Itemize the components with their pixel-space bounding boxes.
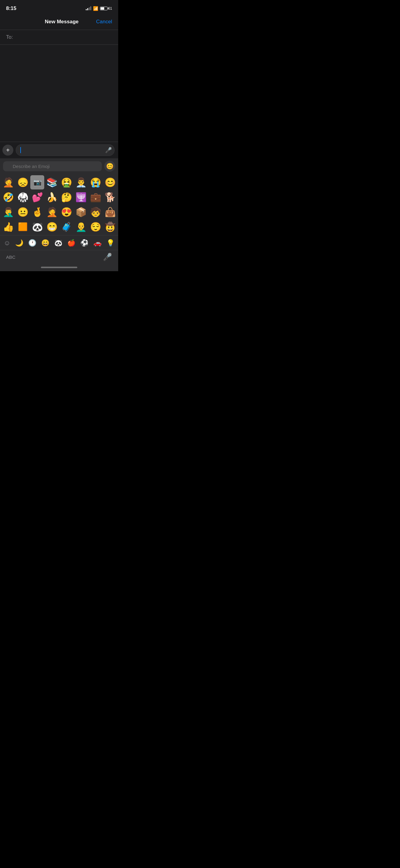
message-input-field[interactable]: 🎤	[16, 144, 115, 156]
status-time: 8:15	[6, 5, 17, 11]
nav-bar: New Message Cancel	[0, 15, 118, 30]
cancel-button[interactable]: Cancel	[96, 19, 112, 25]
emoji-cell[interactable]: 🐕	[103, 190, 117, 204]
keyboard-nav: ☺ 🌙 🕐 😄 🐼 🍎 ⚽ 🚗 💡 ♥ 🏳	[0, 235, 118, 250]
emoji-cell[interactable]: 👜	[103, 205, 117, 219]
moon-icon: 🌙	[15, 239, 23, 247]
emoji-nav-heart[interactable]: ♥	[117, 238, 118, 248]
emoji-nav-bulb[interactable]: 💡	[104, 238, 117, 248]
emoji-cell[interactable]: 🤞	[30, 205, 44, 219]
emoji-nav-smiley[interactable]: ☺	[1, 238, 13, 248]
emoji-cell[interactable]: 🤦	[45, 205, 59, 219]
emoji-cell[interactable]: 😊	[103, 175, 117, 189]
to-label: To:	[6, 34, 13, 40]
emoji-cell[interactable]: 🕎	[74, 190, 88, 204]
emoji-cell[interactable]: 💕	[30, 190, 44, 204]
bulb-icon: 💡	[106, 239, 115, 247]
emoji-grid: 🤦 😞 📷 📚 🤮 👨‍💼 😭 😊 🤣 🥋 💕 🍌 🤔 🕎 💼 🐕 🤦‍♂️ 😐…	[0, 174, 118, 235]
panda-icon: 🐼	[54, 239, 62, 247]
emoji-cell[interactable]: 👍	[1, 220, 15, 234]
emoji-cell[interactable]: 😍	[59, 205, 73, 219]
mic-button-input[interactable]: 🎤	[105, 147, 112, 153]
emoji-cell[interactable]: 🐼	[30, 220, 44, 234]
to-field[interactable]: To:	[0, 30, 118, 45]
emoji-search-bar: 🔍 😊	[0, 158, 118, 174]
nav-title: New Message	[45, 19, 79, 25]
emoji-cell[interactable]: 👨‍💼	[74, 175, 88, 189]
emoji-cell[interactable]: 🥋	[16, 190, 30, 204]
home-bar	[41, 267, 77, 268]
status-icons: 📶 61	[86, 6, 112, 11]
keyboard-section: 🔍 😊 🤦 😞 📷 📚 🤮 👨‍💼 😭 😊 🤣 🥋 💕 🍌 🤔 🕎 💼 🐕 🤦‍…	[0, 158, 118, 271]
status-bar: 8:15 📶 61	[0, 0, 118, 15]
battery-level: 61	[108, 6, 112, 10]
bottom-bar: ABC 🎤	[0, 250, 118, 265]
add-button[interactable]: +	[2, 145, 13, 156]
emoji-cell[interactable]: 🟧	[16, 220, 30, 234]
emoji-nav-clock[interactable]: 🕐	[26, 238, 39, 248]
emoji-search-input[interactable]	[3, 161, 102, 171]
message-input-bar: + 🎤	[0, 142, 118, 158]
face-icon: 😄	[41, 239, 49, 247]
battery-fill	[101, 7, 105, 10]
emoji-cell[interactable]: 😁	[45, 220, 59, 234]
emoji-cell[interactable]: 🤮	[59, 175, 73, 189]
emoji-cell[interactable]: 🧳	[59, 220, 73, 234]
emoji-nav-panda[interactable]: 🐼	[52, 238, 65, 248]
emoji-cell[interactable]: 😞	[16, 175, 30, 189]
emoji-cell[interactable]: 🤣	[1, 190, 15, 204]
emoji-cell[interactable]: 👨‍🦲	[74, 220, 88, 234]
emoji-search-wrapper: 🔍	[3, 161, 102, 171]
wifi-icon: 📶	[93, 6, 98, 11]
emoji-cell[interactable]: 🤠	[103, 220, 117, 234]
clock-icon: 🕐	[28, 239, 36, 247]
emoji-cell[interactable]: 😐	[16, 205, 30, 219]
emoji-cell[interactable]: 📚	[45, 175, 59, 189]
home-indicator	[0, 265, 118, 271]
abc-label: ABC	[6, 254, 16, 260]
mic-icon: 🎤	[105, 147, 112, 153]
emoji-cell[interactable]: 🤦‍♂️	[1, 205, 15, 219]
abc-button[interactable]: ABC	[6, 254, 16, 260]
message-area[interactable]	[0, 45, 118, 142]
emoji-cell[interactable]: 🍌	[45, 190, 59, 204]
to-input[interactable]	[16, 34, 112, 40]
emoji-nav-soccer[interactable]: ⚽	[78, 238, 91, 248]
mic-icon-bottom: 🎤	[103, 253, 112, 261]
mic-button-bottom[interactable]: 🎤	[103, 253, 112, 261]
emoji-cell[interactable]: 🤦	[1, 175, 15, 189]
emoji-cell[interactable]: 🧒	[88, 205, 103, 219]
emoji-cell[interactable]: 😌	[88, 220, 103, 234]
smiley-icon: ☺	[4, 239, 10, 247]
emoji-cell[interactable]: 💼	[88, 190, 103, 204]
emoji-cell[interactable]: 😭	[88, 175, 103, 189]
emoji-cell[interactable]: 📦	[74, 205, 88, 219]
battery-indicator: 61	[100, 6, 112, 10]
emoji-nav-apple[interactable]: 🍎	[65, 238, 78, 248]
plus-icon: +	[6, 147, 10, 154]
emoji-face-icon: 😊	[106, 162, 114, 170]
emoji-nav-car[interactable]: 🚗	[91, 238, 104, 248]
emoji-cell[interactable]: 📷	[30, 175, 44, 189]
text-cursor	[20, 147, 21, 153]
car-icon: 🚗	[93, 239, 102, 247]
soccer-icon: ⚽	[80, 239, 88, 247]
emoji-nav-face[interactable]: 😄	[39, 238, 52, 248]
emoji-cell[interactable]: 🤔	[59, 190, 73, 204]
emoji-nav-moon[interactable]: 🌙	[13, 238, 26, 248]
battery-icon	[100, 7, 108, 10]
signal-icon	[86, 7, 91, 10]
emoji-face-button[interactable]: 😊	[104, 161, 115, 172]
apple-icon: 🍎	[67, 239, 76, 247]
